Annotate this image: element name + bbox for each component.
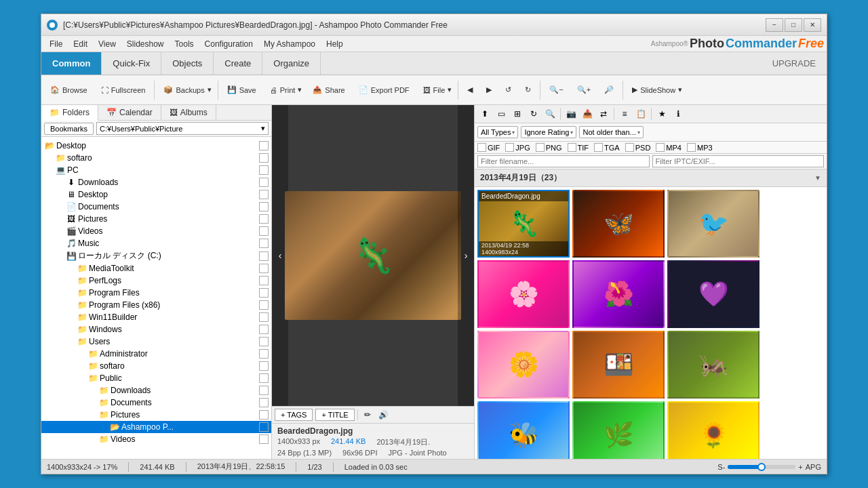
date-group-header[interactable]: 2013年4月19日（23） ▼ xyxy=(475,169,827,187)
zoom-slider-track[interactable] xyxy=(728,465,795,469)
tree-checkbox-dl2[interactable] xyxy=(259,386,269,395)
transform-button[interactable]: ⇄ xyxy=(596,106,611,121)
tree-checkbox-pf[interactable] xyxy=(259,288,269,298)
tab-quickfix[interactable]: Quick-Fix xyxy=(102,52,161,75)
menu-view[interactable]: View xyxy=(93,36,121,52)
tree-checkbox-music[interactable] xyxy=(259,239,269,248)
filter-type-select[interactable]: All Types ▾ xyxy=(477,126,518,138)
tree-item-administrator[interactable]: 📁 Administrator xyxy=(41,348,271,360)
thumb-smoke[interactable]: 💜 xyxy=(667,260,760,328)
tree-checkbox-softaro[interactable] xyxy=(259,153,269,163)
view-grid-button[interactable]: ⊞ xyxy=(510,106,525,121)
tree-checkbox-win[interactable] xyxy=(259,325,269,334)
maximize-button[interactable]: □ xyxy=(785,18,802,32)
filename-search-input[interactable] xyxy=(477,155,650,167)
tree-item-local-disk[interactable]: 💾 ローカル ディスク (C:) xyxy=(41,249,271,262)
bookmarks-button[interactable]: Bookmarks xyxy=(44,123,94,135)
tree-checkbox-public[interactable] xyxy=(259,373,269,383)
close-button[interactable]: ✕ xyxy=(804,18,821,32)
thumb-daisy[interactable]: 🌼 xyxy=(477,331,570,399)
tree-item-perflogs[interactable]: 📁 PerfLogs xyxy=(41,274,271,287)
menu-edit[interactable]: Edit xyxy=(68,36,93,52)
tree-checkbox-perf[interactable] xyxy=(259,276,269,285)
thumb-purple-flowers[interactable]: 🌺 xyxy=(572,260,665,328)
menu-configuration[interactable]: Configuration xyxy=(199,36,258,52)
tree-checkbox-desktop2[interactable] xyxy=(259,190,269,199)
tree-item-documents1[interactable]: 📄 Documents xyxy=(41,201,271,213)
menu-file[interactable]: File xyxy=(44,36,68,52)
info-button[interactable]: ℹ xyxy=(671,106,686,121)
jpg-checkbox[interactable] xyxy=(505,143,514,152)
tree-item-desktop[interactable]: 📂 Desktop xyxy=(41,140,271,152)
tree-checkbox-pics1[interactable] xyxy=(259,214,269,224)
iptc-search-input[interactable] xyxy=(652,155,825,167)
tree-item-programfilesx86[interactable]: 📁 Program Files (x86) xyxy=(41,299,271,311)
tree-checkbox-vid1[interactable] xyxy=(259,226,269,236)
save-button[interactable]: 💾 Save xyxy=(221,78,262,102)
zoom-slider-thumb[interactable] xyxy=(757,463,766,471)
tree-checkbox-vid2[interactable] xyxy=(259,434,269,444)
view-single-button[interactable]: ▭ xyxy=(494,106,509,121)
zoom-out-button[interactable]: 🔍− xyxy=(543,78,569,102)
audio-tool-button[interactable]: 🔊 xyxy=(377,408,391,422)
import-button[interactable]: 📥 xyxy=(580,106,595,121)
checkbox-gif[interactable]: GIF xyxy=(477,143,500,152)
tree-item-win11builder[interactable]: 📁 Win11Builder xyxy=(41,311,271,323)
tree-item-documents2[interactable]: 📁 Documents xyxy=(41,396,271,409)
tree-checkbox-dl1[interactable] xyxy=(259,178,269,187)
zoom-in-button[interactable]: 🔍+ xyxy=(571,78,597,102)
tree-item-videos1[interactable]: 🎬 Videos xyxy=(41,225,271,237)
tree-item-windows[interactable]: 📁 Windows xyxy=(41,323,271,336)
tree-checkbox-docs1[interactable] xyxy=(259,202,269,211)
png-checkbox[interactable] xyxy=(536,143,545,152)
tree-item-public[interactable]: 📁 Public xyxy=(41,372,271,384)
thumb-insect[interactable]: 🦗 xyxy=(667,331,760,399)
checkbox-mp4[interactable]: MP4 xyxy=(656,143,682,152)
back-button[interactable]: ◀ xyxy=(461,78,479,102)
thumb-bird[interactable]: 🐦 xyxy=(667,190,760,258)
tree-item-softaro2[interactable]: 📁 softaro xyxy=(41,360,271,372)
tif-checkbox[interactable] xyxy=(568,143,576,152)
tree-item-softaro[interactable]: 📁 softaro xyxy=(41,152,271,164)
tree-checkbox-docs2[interactable] xyxy=(259,398,269,407)
export-pdf-button[interactable]: 📄 Export PDF xyxy=(353,78,416,102)
psd-checkbox[interactable] xyxy=(625,143,634,152)
checkbox-png[interactable]: PNG xyxy=(536,143,562,152)
tree-item-ashampoo[interactable]: 📂 Ashampoo P... xyxy=(41,421,271,433)
add-tags-button[interactable]: + TAGS xyxy=(275,409,313,421)
tab-albums[interactable]: 🖼 Albums xyxy=(161,105,216,120)
search-button[interactable]: 🔍 xyxy=(542,106,557,121)
tree-item-downloads1[interactable]: ⬇ Downloads xyxy=(41,176,271,188)
thumb-food[interactable]: 🍱 xyxy=(572,331,665,399)
filter-rating-select[interactable]: Ignore Rating ▾ xyxy=(521,126,576,138)
mp3-checkbox[interactable] xyxy=(687,143,696,152)
tree-item-downloads2[interactable]: 📁 Downloads xyxy=(41,384,271,396)
backups-button[interactable]: 📦 Backups ▾ xyxy=(157,78,214,102)
file-button[interactable]: 🖼 File ▾ xyxy=(417,78,456,102)
tree-item-mediatoolkit[interactable]: 📁 MediaToolkit xyxy=(41,262,271,274)
tab-folders[interactable]: 📁 Folders xyxy=(41,105,98,121)
nav-up-button[interactable]: ⬆ xyxy=(477,106,492,121)
menu-tools[interactable]: Tools xyxy=(170,36,199,52)
minimize-button[interactable]: − xyxy=(766,18,783,32)
tree-item-desktop2[interactable]: 🖥 Desktop xyxy=(41,188,271,201)
tab-calendar[interactable]: 📅 Calendar xyxy=(98,105,161,120)
checkbox-mp3[interactable]: MP3 xyxy=(687,143,713,152)
camera-button[interactable]: 📷 xyxy=(564,106,578,121)
tab-upgrade[interactable]: UPGRADE xyxy=(762,52,827,75)
forward-button[interactable]: ▶ xyxy=(480,78,498,102)
tree-item-music[interactable]: 🎵 Music xyxy=(41,237,271,249)
tab-organize[interactable]: Organize xyxy=(262,52,321,75)
tree-checkbox-ashampoo[interactable] xyxy=(259,422,269,432)
tree-checkbox-w11[interactable] xyxy=(259,312,269,322)
star-button[interactable]: ★ xyxy=(654,106,669,121)
thumb-butterfly[interactable]: 🦋 xyxy=(572,190,665,258)
viewer-nav-right[interactable]: › xyxy=(458,105,474,406)
share-button[interactable]: 📤 Share xyxy=(307,78,351,102)
tree-item-pictures1[interactable]: 🖼 Pictures xyxy=(41,213,271,225)
checkbox-jpg[interactable]: JPG xyxy=(505,143,530,152)
tga-checkbox[interactable] xyxy=(594,143,603,152)
tree-item-programfiles[interactable]: 📁 Program Files xyxy=(41,287,271,299)
gif-checkbox[interactable] xyxy=(477,143,486,152)
tree-checkbox-pfx86[interactable] xyxy=(259,300,269,310)
